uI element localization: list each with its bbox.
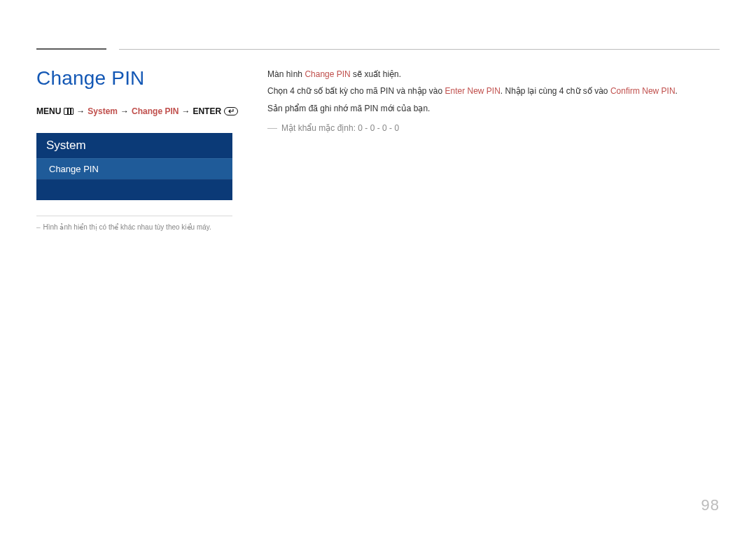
body-note: ― Mật khẩu mặc định: 0 - 0 - 0 - 0: [267, 120, 720, 136]
right-column: Màn hình Change PIN sẽ xuất hiện. Chọn 4…: [267, 67, 720, 232]
top-rule-thick: [36, 48, 106, 50]
body-line-2-end: Confirm New PIN: [610, 86, 676, 96]
breadcrumb: MENU → System → Change PIN → ENTER: [36, 106, 244, 116]
menu-icon: [64, 108, 74, 115]
body-line-1-mid: Change PIN: [304, 69, 350, 79]
body-line-3: Sản phẩm đã ghi nhớ mã PIN mới của bạn.: [267, 101, 720, 115]
top-rule-thin: [119, 49, 720, 50]
enter-icon: [224, 107, 238, 115]
osd-menu-item-change-pin: Change PIN: [36, 158, 232, 179]
breadcrumb-arrow: →: [181, 106, 190, 116]
page-number: 98: [701, 496, 720, 514]
body-line-2: Chọn 4 chữ số bất kỳ cho mã PIN và nhập …: [267, 84, 720, 98]
breadcrumb-arrow: →: [76, 106, 85, 116]
body-note-text: Mật khẩu mặc định: 0 - 0 - 0 - 0: [281, 121, 399, 135]
left-column: Change PIN MENU → System → Change PIN → …: [36, 67, 267, 232]
breadcrumb-system: System: [88, 106, 118, 116]
left-divider: [36, 216, 232, 216]
body-line-1-post: sẽ xuất hiện.: [351, 69, 401, 79]
osd-menu-header: System: [36, 133, 232, 158]
body-line-2-period: .: [676, 86, 678, 96]
breadcrumb-enter-label: ENTER: [192, 106, 221, 116]
body-line-2-pre: Chọn 4 chữ số bất kỳ cho mã PIN và nhập …: [267, 86, 444, 96]
breadcrumb-menu-label: MENU: [36, 106, 61, 116]
body-line-1: Màn hình Change PIN sẽ xuất hiện.: [267, 67, 720, 81]
left-footnote-text: Hình ảnh hiển thị có thể khác nhau tùy t…: [43, 222, 211, 232]
breadcrumb-arrow: →: [120, 106, 129, 116]
footnote-dash: –: [36, 222, 41, 232]
content-columns: Change PIN MENU → System → Change PIN → …: [36, 67, 720, 232]
page: Change PIN MENU → System → Change PIN → …: [0, 0, 756, 534]
page-title: Change PIN: [36, 67, 244, 90]
osd-menu-item-empty: [36, 179, 232, 200]
note-dash-icon: ―: [267, 120, 277, 136]
body-line-2-mid: Enter New PIN: [444, 86, 500, 96]
breadcrumb-change-pin: Change PIN: [132, 106, 178, 116]
body-line-1-pre: Màn hình: [267, 69, 304, 79]
body-line-2-mid2: . Nhập lại cùng 4 chữ số vào: [500, 86, 610, 96]
left-footnote: – Hình ảnh hiển thị có thể khác nhau tùy…: [36, 222, 244, 232]
osd-menu-box: System Change PIN: [36, 133, 232, 200]
